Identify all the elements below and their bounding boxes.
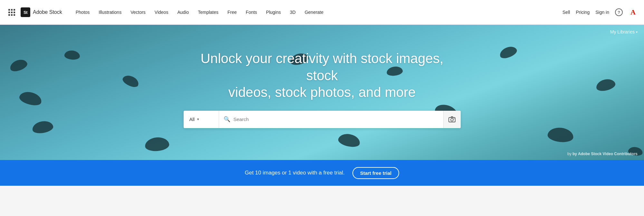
adobe-icon[interactable]: A	[629, 8, 638, 17]
nav-links: Photos Illustrations Vectors Videos Audi…	[71, 0, 562, 25]
help-icon[interactable]: ?	[615, 8, 623, 16]
nav-link-videos[interactable]: Videos	[150, 0, 173, 25]
nav-link-templates[interactable]: Templates	[193, 0, 223, 25]
svg-rect-2	[454, 118, 455, 119]
nav-sell-link[interactable]: Sell	[562, 10, 570, 15]
nav-link-generate[interactable]: Generate	[300, 0, 328, 25]
hero-credit: by by Adobe Stock Video Contributors	[567, 152, 638, 156]
nav-link-free[interactable]: Free	[223, 0, 241, 25]
search-input-area: 🔍	[219, 111, 443, 128]
nav-link-plugins[interactable]: Plugins	[262, 0, 285, 25]
svg-point-1	[451, 118, 453, 121]
my-libraries-button[interactable]: My Libraries ▾	[610, 29, 638, 34]
start-free-trial-button[interactable]: Start free trial	[352, 167, 399, 179]
search-icon: 🔍	[224, 116, 230, 123]
nav-link-vectors[interactable]: Vectors	[126, 0, 150, 25]
search-input[interactable]	[234, 117, 439, 122]
nav-link-photos[interactable]: Photos	[71, 0, 94, 25]
grid-dots-icon	[8, 9, 15, 16]
my-libraries-chevron: ▾	[636, 30, 638, 34]
visual-search-button[interactable]	[443, 111, 461, 128]
logo-box: St	[21, 7, 30, 17]
adobe-stock-logo[interactable]: St Adobe Stock	[21, 7, 62, 17]
hero-content: Unlock your creativity with stock images…	[184, 50, 461, 128]
nav-link-fonts[interactable]: Fonts	[241, 0, 262, 25]
nav-pricing-link[interactable]: Pricing	[576, 10, 590, 15]
search-bar: All ▾ 🔍	[184, 111, 461, 128]
nav-signin-link[interactable]: Sign in	[595, 10, 609, 15]
search-category-chevron-icon: ▾	[197, 117, 199, 121]
camera-icon	[448, 116, 456, 123]
nav-link-audio[interactable]: Audio	[173, 0, 193, 25]
hero-section: My Libraries ▾ Unlock your creativity wi…	[0, 25, 644, 160]
my-libraries-label: My Libraries	[610, 29, 635, 34]
page-footer	[0, 186, 644, 216]
navbar: St Adobe Stock Photos Illustrations Vect…	[0, 0, 644, 25]
logo-text: Adobe Stock	[33, 9, 62, 15]
logo-abbr: St	[24, 10, 27, 15]
search-category-label: All	[189, 117, 195, 122]
adobe-a-logo: A	[630, 8, 636, 16]
promo-text: Get 10 images or 1 video with a free tri…	[245, 170, 345, 176]
nav-link-illustrations[interactable]: Illustrations	[94, 0, 126, 25]
nav-right: Sell Pricing Sign in ? A	[562, 8, 638, 17]
help-question-mark: ?	[618, 10, 620, 15]
hero-credit-author: by Adobe Stock Video Contributors	[572, 152, 638, 156]
hero-title: Unlock your creativity with stock images…	[190, 50, 454, 101]
search-category-dropdown[interactable]: All ▾	[184, 111, 219, 128]
nav-link-3d[interactable]: 3D	[285, 0, 300, 25]
promo-banner: Get 10 images or 1 video with a free tri…	[0, 160, 644, 186]
apps-menu-button[interactable]	[6, 7, 17, 17]
